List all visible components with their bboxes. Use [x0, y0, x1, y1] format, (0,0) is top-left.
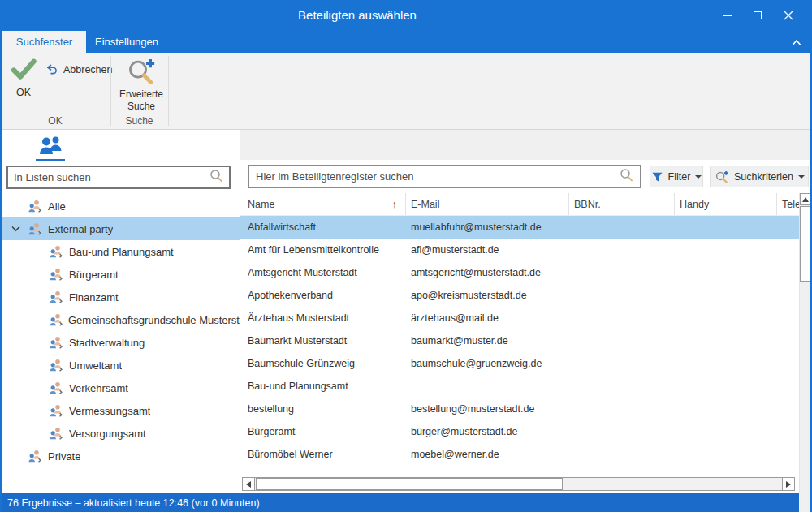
cell-bbnr: [569, 284, 675, 307]
cell-bbnr: [569, 216, 675, 239]
cell-telefon: [777, 398, 799, 420]
tree-item-alle[interactable]: Alle: [2, 195, 240, 217]
triangle-up-icon: [802, 197, 809, 202]
extended-search-label: Erweiterte Suche: [115, 88, 167, 113]
tree-item-stadtverwaltung[interactable]: Stadtverwaltung: [2, 331, 240, 354]
search-criteria-button[interactable]: Suchkriterien: [710, 166, 809, 187]
cell-name: bestellung: [240, 398, 406, 420]
dropdown-caret-icon: [798, 175, 805, 179]
horizontal-scrollbar-thumb[interactable]: [256, 478, 563, 490]
cell-name: Amtsgericht Musterstadt: [240, 261, 406, 284]
extended-search-button[interactable]: Erweiterte Suche: [114, 56, 168, 124]
expander[interactable]: [11, 226, 28, 232]
column-header-label: Telefon: [782, 199, 799, 210]
window-title: Beteiligten auswählen: [0, 0, 715, 31]
vertical-scrollbar[interactable]: [799, 193, 810, 512]
contact-group-icon: [49, 427, 63, 440]
tab-suchfenster[interactable]: Suchfenster: [2, 31, 86, 53]
scrollbar-corner: [799, 493, 810, 512]
panel-header-strip: [240, 130, 810, 160]
cell-telefon: [777, 329, 799, 352]
register-search-input[interactable]: [256, 170, 616, 183]
tree-item-versorgungsamt[interactable]: Versorgungsamt: [2, 422, 240, 445]
horizontal-scrollbar[interactable]: [242, 477, 795, 491]
contact-group-icon: [49, 404, 63, 417]
maximize-button[interactable]: [742, 0, 773, 31]
tree-item-external-party[interactable]: External party: [2, 217, 240, 240]
tree-item-finanzamt[interactable]: Finanzamt: [2, 286, 240, 308]
tree-item-label: Verkehrsamt: [69, 382, 128, 394]
cell-handy: [675, 443, 777, 466]
title-bar: Beteiligten auswählen: [0, 0, 812, 31]
tree-item-label: Gemeinschaftsgrundschule Musterstadt: [68, 314, 240, 326]
filter-button[interactable]: Filter: [650, 166, 703, 187]
cell-email: moebel@werner.de: [406, 443, 569, 466]
table-row[interactable]: Bürgeramtbürger@musterstadt.de: [240, 420, 799, 443]
ribbon-tab-strip: Suchfenster Einstellungen: [0, 31, 812, 53]
cell-email: [406, 375, 569, 398]
scroll-left-button[interactable]: [243, 478, 255, 490]
cell-telefon: [777, 261, 799, 284]
cancel-button[interactable]: Abbrechen: [42, 61, 115, 79]
table-row[interactable]: Büromöbel Wernermoebel@werner.de: [240, 443, 799, 466]
list-search[interactable]: [6, 166, 231, 189]
vertical-scrollbar-thumb[interactable]: [800, 206, 810, 282]
cell-name: Apothekenverband: [240, 284, 406, 307]
table-row[interactable]: Abfallwirtschaftmuellabfuhr@musterstadt.…: [240, 216, 799, 239]
ok-button-label: OK: [16, 87, 31, 98]
cell-handy: [675, 284, 777, 307]
triangle-right-icon: [786, 481, 791, 488]
cell-handy: [675, 375, 777, 398]
tree-item-bau-und-planungsamt[interactable]: Bau-und Planungsamt: [2, 240, 240, 263]
cell-handy: [675, 307, 777, 329]
table-row[interactable]: Bau-und Planungsamt: [240, 375, 799, 398]
tree-item-verkehrsamt[interactable]: Verkehrsamt: [2, 376, 240, 399]
table-row[interactable]: Baumschule Grünzweigbaumschule@gruenzwei…: [240, 352, 799, 375]
tree-item-vermessungsamt[interactable]: Vermessungsamt: [2, 399, 240, 422]
tree-item-private[interactable]: Private: [2, 445, 240, 467]
status-text: 76 Ergebnisse – aktualisiert heute 12:46…: [7, 497, 260, 509]
table-row[interactable]: bestellungbestellung@musterstadt.de: [240, 398, 799, 420]
table-row[interactable]: Ärztehaus Musterstadtärztehaus@mail.de: [240, 307, 799, 329]
table-row[interactable]: Amtsgericht Musterstadtamtsgericht@muste…: [240, 261, 799, 284]
cell-name: Ärztehaus Musterstadt: [240, 307, 406, 329]
ribbon: OK Abbrechen Erweiterte Suche OK Suche: [0, 53, 812, 130]
cell-handy: [675, 216, 777, 239]
cell-bbnr: [569, 420, 675, 443]
column-header-name[interactable]: Name↑: [240, 193, 406, 215]
column-header-telefon[interactable]: Telefon: [777, 193, 799, 215]
active-view-indicator: [36, 159, 65, 161]
table-row[interactable]: Amt für Lebensmittelkontrolleafl@musters…: [240, 239, 799, 261]
cell-handy: [675, 420, 777, 443]
column-header-handy[interactable]: Handy: [675, 193, 777, 215]
column-header-bbnr[interactable]: BBNr.: [569, 193, 675, 215]
cell-handy: [675, 239, 777, 261]
undo-arrow-icon: [45, 64, 58, 75]
search-icon: [620, 168, 633, 185]
table-row[interactable]: Baumarkt Musterstadtbaumarkt@muster.de: [240, 329, 799, 352]
contact-group-icon: [28, 222, 42, 235]
cell-name: Bau-und Planungsamt: [240, 375, 406, 398]
search-plus-icon: [126, 56, 157, 87]
minimize-button[interactable]: [711, 0, 742, 31]
close-button[interactable]: [773, 0, 804, 31]
ribbon-group-label-ok: OK: [0, 115, 110, 128]
tree-item-gemeinschaftsgrundschule-musterstadt[interactable]: Gemeinschaftsgrundschule Musterstadt: [2, 308, 240, 331]
tab-einstellungen[interactable]: Einstellungen: [86, 31, 167, 53]
cancel-button-label: Abbrechen: [63, 64, 112, 75]
tree-item-umweltamt[interactable]: Umweltamt: [2, 354, 240, 376]
list-search-input[interactable]: [14, 171, 206, 183]
contacts-view-tab[interactable]: [36, 135, 67, 162]
ok-button[interactable]: OK: [6, 58, 41, 118]
chevron-down-icon[interactable]: [11, 226, 20, 232]
tree-item-bürgeramt[interactable]: Bürgeramt: [2, 263, 240, 286]
contact-group-icon: [49, 245, 63, 258]
register-search[interactable]: [248, 165, 641, 188]
tree-item-label: Bau-und Planungsamt: [69, 246, 174, 258]
tree-item-label: Finanzamt: [69, 291, 119, 303]
scroll-up-button[interactable]: [800, 193, 810, 205]
collapse-ribbon-button[interactable]: [789, 36, 804, 49]
table-row[interactable]: Apothekenverbandapo@kreismusterstadt.de: [240, 284, 799, 307]
column-header-e-mail[interactable]: E-Mail: [406, 193, 569, 215]
scroll-right-button[interactable]: [782, 478, 794, 490]
